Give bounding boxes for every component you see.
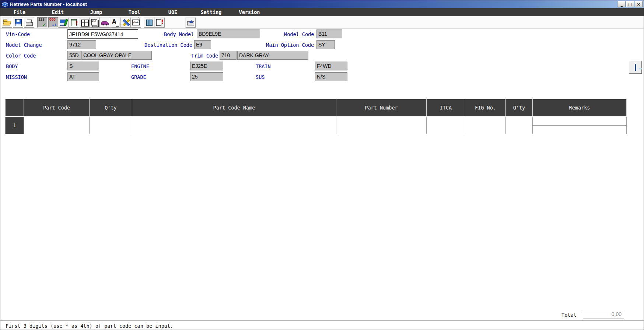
grid-view-button[interactable] <box>79 17 90 28</box>
printer-icon <box>25 18 34 27</box>
total-label: Total <box>561 312 577 318</box>
header-part-code-name: Part Code Name <box>132 99 336 117</box>
menu-bar: File Edit Jump Tool UOE Setting Version <box>0 8 644 16</box>
header-rownum <box>5 99 24 117</box>
engine-label: ENGINE <box>131 63 149 69</box>
print-transfer-icon <box>186 18 195 27</box>
header-part-number: Part Number <box>336 99 427 117</box>
header-itca: ITCA <box>427 99 465 117</box>
model-code-field: B11 <box>316 29 342 38</box>
open-button[interactable] <box>2 17 12 28</box>
open-folder-icon <box>3 18 11 27</box>
table-row: 1 <box>5 117 627 134</box>
menu-edit[interactable]: Edit <box>39 8 77 16</box>
header-qty-2: Q'ty <box>506 99 533 117</box>
remarks-top-cell[interactable] <box>533 117 626 126</box>
destination-code-label: Destination Code <box>144 42 192 48</box>
print-button[interactable] <box>24 17 34 28</box>
vehicle-search-button[interactable] <box>100 17 110 28</box>
monitor-icon <box>635 64 636 71</box>
menu-uoe[interactable]: UOE <box>154 8 192 16</box>
mission-field: AT <box>67 72 99 81</box>
crossed-tools-icon <box>121 18 130 27</box>
part-code-name-cell[interactable] <box>132 117 336 134</box>
sus-field: N/S <box>315 72 347 81</box>
clipboard-alert-icon <box>70 18 78 27</box>
status-divider <box>0 320 644 321</box>
sus-label: SUS <box>256 74 265 80</box>
body-model-label: Body Model <box>164 31 194 37</box>
title-bar: Retrieve Parts Number - localhost _ □ × <box>0 0 644 8</box>
menu-version[interactable]: Version <box>230 8 269 16</box>
quantity-sort-button[interactable]: 000 <box>48 17 59 28</box>
color-code-field: 55D <box>67 51 81 60</box>
group-button[interactable]: GRP <box>131 17 141 28</box>
mission-label: MISSION <box>6 74 27 80</box>
grid-icon <box>80 18 89 27</box>
transfer-button[interactable] <box>185 17 196 28</box>
menu-setting[interactable]: Setting <box>192 8 230 16</box>
model-change-label: Model Change <box>6 42 42 48</box>
doc-search-button[interactable] <box>154 17 165 28</box>
itca-cell[interactable] <box>427 117 465 134</box>
engine-field: EJ25D <box>190 62 223 70</box>
display-button[interactable] <box>629 61 642 74</box>
fig-pages-icon: FIG <box>90 18 99 27</box>
minimize-button[interactable]: _ <box>618 1 626 7</box>
table-header-row: Part Code Q'ty Part Code Name Part Numbe… <box>5 99 627 117</box>
save-edit-button[interactable] <box>58 17 69 28</box>
grade-label: GRADE <box>131 74 146 80</box>
car-search-icon <box>101 18 109 27</box>
remarks-bottom-cell[interactable] <box>533 126 626 134</box>
main-option-code-field: SY <box>316 40 335 49</box>
color-name-field: COOL GRAY OPALE <box>81 51 152 60</box>
tools-button[interactable] <box>120 17 131 28</box>
toolbar: 123 000 FIG A GRP <box>0 16 644 29</box>
grp-box-icon: GRP <box>132 18 140 27</box>
vin-code-input[interactable] <box>67 29 138 39</box>
menu-jump[interactable]: Jump <box>77 8 115 16</box>
close-button[interactable]: × <box>635 1 643 7</box>
letter-a-icon: A <box>111 18 120 27</box>
fig-view-button[interactable]: FIG <box>90 17 100 28</box>
model-change-field: 9712 <box>67 40 96 49</box>
model-code-label: Model Code <box>284 31 314 37</box>
vin-code-label: Vin-Code <box>6 31 30 37</box>
binder-icon <box>145 18 154 27</box>
train-field: F4WD <box>315 62 347 70</box>
menu-file[interactable]: File <box>0 8 39 16</box>
part-number-cell[interactable] <box>336 117 427 134</box>
qty2-cell[interactable] <box>506 117 533 134</box>
status-message: First 3 digits (use * as 4th) of part co… <box>6 323 173 329</box>
part-code-cell[interactable] <box>24 117 90 134</box>
save-edit-icon <box>59 18 68 27</box>
app-logo-icon <box>2 2 8 7</box>
save-button[interactable] <box>13 17 23 28</box>
trim-name-field: DARK GRAY <box>237 51 308 60</box>
train-label: TRAIN <box>256 63 271 69</box>
number-check-button[interactable]: 123 <box>37 17 48 28</box>
remarks-cell[interactable] <box>533 117 627 134</box>
parts-list-button[interactable] <box>69 17 79 28</box>
row-number-cell: 1 <box>5 117 24 134</box>
binder-button[interactable] <box>144 17 154 28</box>
total-field: 0,00 <box>583 310 624 319</box>
menu-tool[interactable]: Tool <box>115 8 154 16</box>
000-sort-icon: 000 <box>49 18 58 27</box>
body-field: S <box>67 62 99 70</box>
color-code-label: Color Code <box>6 53 36 59</box>
destination-code-field: E9 <box>194 40 211 49</box>
123-check-icon: 123 <box>38 18 47 27</box>
qty-cell[interactable] <box>90 117 132 134</box>
main-option-code-label: Main Option Code <box>266 42 314 48</box>
body-label: BODY <box>6 63 18 69</box>
body-model-field: BD9EL9E <box>197 29 260 38</box>
text-entry-button[interactable]: A <box>110 17 120 28</box>
maximize-button[interactable]: □ <box>626 1 634 7</box>
fig-no-cell[interactable] <box>465 117 506 134</box>
grade-field: 25 <box>190 72 223 81</box>
app-window: Retrieve Parts Number - localhost _ □ × … <box>0 0 644 330</box>
window-title: Retrieve Parts Number - localhost <box>10 1 87 7</box>
trim-code-label: Trim Code <box>191 53 218 59</box>
header-qty: Q'ty <box>90 99 132 117</box>
